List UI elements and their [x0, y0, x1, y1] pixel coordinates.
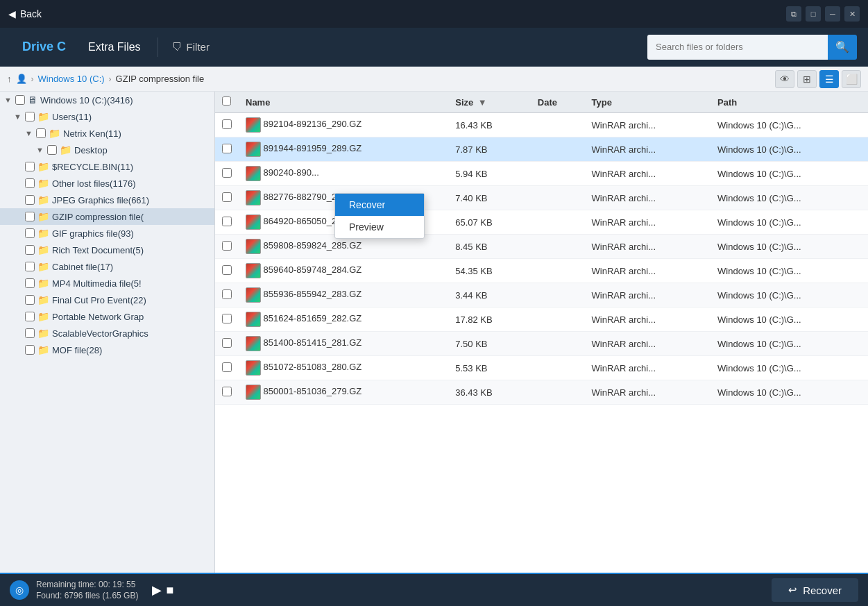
file-checkbox[interactable] — [222, 265, 232, 275]
table-row[interactable]: 851624-851659_282.GZ17.82 KBWinRAR archi… — [215, 308, 868, 332]
view-list-button[interactable]: ☰ — [819, 70, 839, 88]
header-name-col[interactable]: Name — [239, 92, 448, 113]
select-all-checkbox[interactable] — [222, 96, 231, 106]
tree-checkbox[interactable] — [25, 112, 35, 121]
search-input[interactable] — [647, 35, 828, 60]
view-detail-button[interactable]: ⬜ — [842, 70, 861, 88]
context-menu-preview[interactable]: Preview — [335, 216, 424, 238]
sort-arrow-icon: ▼ — [478, 97, 487, 108]
header-date-col[interactable]: Date — [531, 92, 585, 113]
tree-checkbox[interactable] — [25, 345, 35, 355]
sidebar-item[interactable]: 📁GIF graphics file(93) — [0, 225, 214, 242]
minimize-button[interactable]: ─ — [825, 6, 840, 22]
tree-checkbox[interactable] — [25, 178, 35, 188]
sidebar-item-root[interactable]: ▼ 🖥 Windows 10 (C:)(3416) — [0, 92, 214, 108]
file-checkbox[interactable] — [222, 362, 232, 372]
play-button[interactable]: ▶ — [152, 582, 162, 598]
maximize-button[interactable]: □ — [806, 6, 821, 22]
tree-checkbox[interactable] — [36, 128, 46, 138]
search-button[interactable]: 🔍 — [828, 35, 857, 60]
sidebar-item-label: Cabinet file(17) — [52, 262, 113, 272]
sidebar-item[interactable]: 📁Cabinet file(17) — [0, 258, 214, 275]
tree-checkbox[interactable] — [25, 162, 35, 171]
file-path-cell: Windows 10 (C:)\G... — [710, 210, 868, 235]
sidebar-item[interactable]: 📁Final Cut Pro Event(22) — [0, 292, 214, 308]
file-path-cell: Windows 10 (C:)\G... — [710, 283, 868, 308]
tree-checkbox[interactable] — [25, 278, 35, 288]
file-checkbox[interactable] — [222, 314, 232, 323]
file-checkbox[interactable] — [222, 289, 232, 299]
file-checkbox[interactable] — [222, 192, 232, 202]
tree-checkbox[interactable] — [25, 295, 35, 305]
close-button[interactable]: ✕ — [844, 6, 860, 22]
expand-icon: ▼ — [14, 112, 24, 121]
file-checkbox[interactable] — [222, 241, 232, 251]
tree-checkbox[interactable] — [25, 195, 35, 205]
sidebar-item[interactable]: 📁Other lost files(1176) — [0, 175, 214, 192]
file-checkbox[interactable] — [222, 144, 232, 153]
table-row[interactable]: 851072-851083_280.GZ5.53 KBWinRAR archi.… — [215, 356, 868, 380]
file-checkbox[interactable] — [222, 338, 232, 348]
back-button[interactable]: ◀ Back — [8, 8, 42, 19]
table-row[interactable]: 882776-882790_287.GZ7.40 KBWinRAR archi.… — [215, 186, 868, 210]
tree-checkbox[interactable] — [25, 328, 35, 338]
view-eye-button[interactable]: 👁 — [775, 70, 794, 88]
tree-checkbox[interactable] — [25, 312, 35, 321]
file-type-icon — [246, 385, 261, 400]
table-row[interactable]: 864920-865050_286.GZ65.07 KBWinRAR archi… — [215, 210, 868, 235]
folder-icon: 📁 — [37, 244, 49, 255]
extra-files-tab[interactable]: Extra Files — [77, 41, 152, 53]
sidebar-item[interactable]: 📁Portable Network Grap — [0, 308, 214, 325]
drive-c-tab[interactable]: Drive C — [11, 40, 77, 54]
breadcrumb-part-1[interactable]: Windows 10 (C:) — [38, 74, 105, 84]
table-row[interactable]: 855936-855942_283.GZ3.44 KBWinRAR archi.… — [215, 283, 868, 308]
restore-button[interactable]: ⧉ — [786, 6, 801, 22]
up-arrow-icon[interactable]: ↑ — [7, 74, 12, 84]
table-row[interactable]: 892104-892136_290.GZ16.43 KBWinRAR archi… — [215, 113, 868, 137]
view-grid-button[interactable]: ⊞ — [797, 70, 817, 88]
sidebar-root-label: Windows 10 (C:)(3416) — [40, 95, 133, 106]
table-row[interactable]: 851400-851415_281.GZ7.50 KBWinRAR archi.… — [215, 332, 868, 356]
sidebar-item[interactable]: ▼📁Netrix Ken(11) — [0, 125, 214, 142]
sidebar-item[interactable]: ▼📁Users(11) — [0, 108, 214, 125]
sidebar-item[interactable]: 📁MOF file(28) — [0, 342, 214, 358]
file-checkbox[interactable] — [222, 119, 232, 129]
table-row[interactable]: 891944-891959_289.GZ7.87 KBWinRAR archi.… — [215, 137, 868, 162]
filter-button[interactable]: ⛉ Filter — [164, 41, 218, 53]
tree-checkbox[interactable] — [25, 228, 35, 238]
table-row[interactable]: 859640-859748_284.GZ54.35 KBWinRAR archi… — [215, 259, 868, 283]
breadcrumb-arrow-2: › — [109, 74, 112, 84]
file-type-icon — [246, 360, 261, 376]
file-checkbox[interactable] — [222, 217, 232, 226]
file-checkbox[interactable] — [222, 168, 232, 178]
table-row[interactable]: 850001-851036_279.GZ36.43 KBWinRAR archi… — [215, 380, 868, 405]
file-checkbox[interactable] — [222, 387, 232, 396]
table-row[interactable]: 890240-890...5.94 KBWinRAR archi...Windo… — [215, 162, 868, 186]
user-icon: 👤 — [16, 74, 27, 84]
tree-checkbox[interactable] — [25, 262, 35, 271]
table-row[interactable]: 859808-859824_285.GZ8.45 KBWinRAR archi.… — [215, 235, 868, 259]
sidebar-item-label: Netrix Ken(11) — [63, 128, 121, 139]
stop-button[interactable]: ■ — [166, 582, 173, 598]
sidebar-item[interactable]: 📁JPEG Graphics file(661) — [0, 192, 214, 208]
file-type-cell: WinRAR archi... — [585, 380, 710, 405]
breadcrumb-part-2[interactable]: GZIP compression file — [116, 74, 205, 84]
sidebar-item[interactable]: 📁ScalableVectorGraphics — [0, 325, 214, 342]
tree-checkbox[interactable] — [25, 212, 35, 221]
sidebar-item[interactable]: 📁Rich Text Document(5) — [0, 242, 214, 258]
sidebar-item[interactable]: ▼📁Desktop — [0, 142, 214, 158]
header-checkbox-col[interactable] — [215, 92, 239, 113]
header-type-col[interactable]: Type — [585, 92, 710, 113]
tree-checkbox[interactable] — [47, 145, 57, 155]
file-path-cell: Windows 10 (C:)\G... — [710, 308, 868, 332]
sidebar-item[interactable]: 📁GZIP compression file( — [0, 208, 214, 225]
context-menu-recover[interactable]: Recover — [335, 194, 424, 216]
header-size-col[interactable]: Size ▼ — [448, 92, 531, 113]
recover-button[interactable]: ↩ Recover — [772, 578, 858, 602]
sidebar-item[interactable]: 📁$RECYCLE.BIN(11) — [0, 158, 214, 175]
file-list[interactable]: Name Size ▼ Date Type Path — [215, 92, 868, 573]
sidebar-item[interactable]: 📁MP4 Multimedia file(5! — [0, 275, 214, 292]
tree-checkbox[interactable] — [25, 245, 35, 255]
root-checkbox[interactable] — [15, 95, 25, 105]
header-path-col[interactable]: Path — [710, 92, 868, 113]
